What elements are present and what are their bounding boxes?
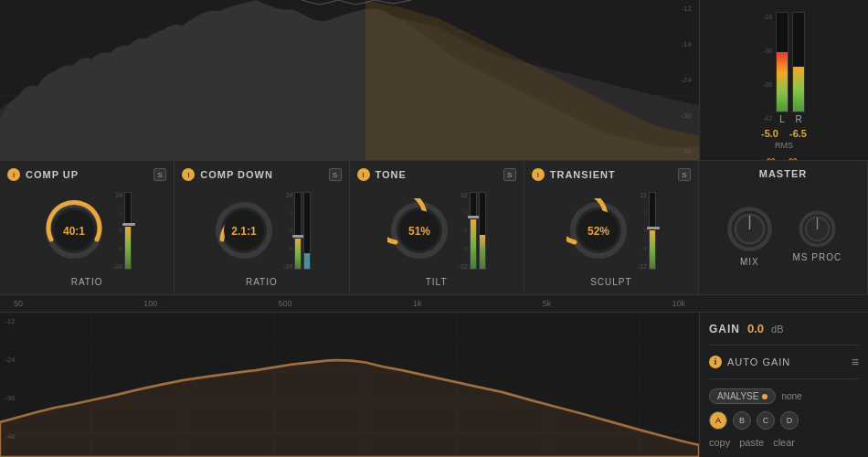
meter-bar-r — [792, 12, 805, 112]
side-panel: GAIN 0.0 dB i AUTO GAIN ≡ ANALYSE none A… — [699, 313, 868, 457]
controls-section: I COMP UP S 40:1 24 6 0 -6 — [0, 160, 868, 295]
meter-label-r: R — [795, 114, 801, 124]
meter-label-l: L — [779, 114, 785, 124]
auto-gain-row: i AUTO GAIN ≡ — [709, 355, 859, 369]
eq-db-36: -36 — [5, 394, 16, 402]
master-module: MASTER MIX — [699, 161, 868, 294]
transient-label: SCULPT — [532, 277, 691, 287]
freq-500: 500 — [279, 299, 292, 308]
comp-up-title: COMP UP — [26, 169, 148, 180]
clear-link[interactable]: clear — [773, 437, 795, 448]
db-scale-2: -18 — [681, 40, 692, 48]
comp-down-solo[interactable]: S — [329, 168, 342, 181]
preset-a[interactable]: A — [709, 411, 727, 430]
comp-up-fader[interactable] — [124, 192, 132, 270]
preset-c[interactable]: C — [757, 411, 775, 430]
tone-fader-r[interactable] — [479, 192, 486, 270]
meter-scale-36: -36 — [763, 81, 772, 88]
master-title: MASTER — [759, 168, 807, 179]
meter-scale-30: -30 — [763, 48, 772, 54]
action-row: copy paste clear — [709, 437, 859, 448]
comp-down-fader2[interactable] — [303, 192, 311, 270]
analyse-button[interactable]: ANALYSE — [709, 388, 776, 404]
tone-fader-l[interactable] — [470, 192, 477, 270]
waveform-svg — [0, 0, 699, 160]
tone-power[interactable]: I — [357, 168, 370, 181]
comp-up-module: I COMP UP S 40:1 24 6 0 -6 — [0, 161, 175, 294]
svg-text:51%: 51% — [408, 226, 430, 239]
auto-gain-info-icon[interactable]: i — [709, 356, 722, 368]
tone-solo[interactable]: S — [503, 168, 516, 181]
ms-proc-knob[interactable] — [797, 208, 838, 250]
freq-1k: 1k — [413, 299, 422, 308]
db-scale-4: -30 — [681, 112, 692, 120]
comp-down-label: RATIO — [182, 277, 341, 287]
copy-link[interactable]: copy — [709, 437, 730, 448]
mix-label: MIX — [740, 257, 759, 267]
svg-text:2.1:1: 2.1:1 — [232, 226, 258, 239]
comp-up-power[interactable]: I — [7, 168, 20, 181]
tone-title: TONE — [376, 169, 498, 180]
eq-db-48: -48 — [5, 432, 16, 441]
freq-labels: 50 100 500 1k 5k 10k — [9, 299, 690, 308]
eq-display: -12 -24 -36 -48 — [0, 313, 699, 457]
spectrum-display: -12 -18 -24 -30 -36 — [0, 0, 699, 160]
bottom-section: -12 -24 -36 -48 GAIN 0.0 dB i AUTO GAIN … — [0, 313, 868, 457]
eq-db-12: -12 — [5, 317, 16, 325]
svg-text:52%: 52% — [587, 226, 609, 239]
paste-link[interactable]: paste — [739, 437, 764, 448]
preset-b[interactable]: B — [733, 411, 751, 430]
db-scale-3: -24 — [681, 76, 692, 84]
freq-5k: 5k — [543, 299, 552, 308]
preset-d[interactable]: D — [780, 411, 799, 430]
tone-knob[interactable]: 51% — [387, 198, 451, 262]
freq-50: 50 — [14, 299, 23, 308]
comp-down-module: I COMP DOWN S 2.1:1 24 6 0 -6 -24 — [175, 161, 349, 294]
preset-row: A B C D — [709, 411, 859, 430]
db-scale-bottom: -36 — [681, 147, 692, 155]
mix-knob[interactable] — [725, 204, 775, 254]
freq-100: 100 — [143, 299, 157, 308]
comp-down-knob[interactable]: 2.1:1 — [212, 198, 276, 262]
gain-label: GAIN — [709, 323, 740, 335]
analyse-dot — [762, 394, 767, 399]
transient-power[interactable]: I — [532, 168, 545, 181]
auto-gain-label: AUTO GAIN — [727, 356, 846, 367]
freq-scale-row: 50 100 500 1k 5k 10k — [0, 295, 868, 313]
eq-db-24: -24 — [5, 356, 16, 364]
comp-up-knob[interactable]: 40:1 — [42, 198, 106, 262]
analyse-none-label: none — [781, 391, 801, 401]
db-scale-top: -12 — [681, 5, 692, 13]
fader-min-1: -24 — [113, 263, 122, 270]
comp-down-fader[interactable] — [294, 192, 302, 270]
comp-up-solo[interactable]: S — [153, 168, 166, 181]
analyse-row: ANALYSE none — [709, 388, 859, 404]
svg-text:40:1: 40:1 — [63, 226, 85, 239]
meter-scale-42: -42 — [763, 115, 772, 122]
separator-2 — [709, 378, 859, 379]
transient-title: TRANSIENT — [550, 169, 672, 180]
meter-scale-24: -24 — [763, 14, 772, 20]
rms-label: RMS — [704, 141, 863, 150]
comp-down-title: COMP DOWN — [200, 169, 323, 180]
freq-10k: 10k — [672, 299, 685, 308]
transient-solo[interactable]: S — [678, 168, 691, 181]
mix-knob-wrap: MIX — [725, 204, 775, 267]
eq-svg — [0, 313, 699, 457]
menu-icon[interactable]: ≡ — [852, 355, 859, 369]
transient-module: I TRANSIENT S 52% 12 3 0 -6 -12 — [524, 161, 699, 294]
level-meter-panel: -24 -30 -36 -42 L R — [699, 0, 868, 160]
meter-value-r: -6.5 — [789, 128, 807, 139]
analyse-label: ANALYSE — [717, 391, 758, 401]
comp-up-label: RATIO — [7, 277, 166, 287]
transient-knob[interactable]: 52% — [566, 198, 630, 262]
meter-value-l: -5.0 — [761, 128, 778, 139]
fader-max-1: 24 — [113, 192, 122, 198]
tone-module: I TONE S 51% 12 3 0 -6 -12 — [350, 161, 524, 294]
ms-proc-knob-wrap: MS PROC — [792, 208, 842, 262]
tone-label: TILT — [357, 277, 516, 287]
transient-fader[interactable] — [649, 192, 656, 270]
gain-row: GAIN 0.0 dB — [709, 322, 859, 335]
gain-unit: dB — [771, 324, 783, 335]
comp-down-power[interactable]: I — [182, 168, 195, 181]
